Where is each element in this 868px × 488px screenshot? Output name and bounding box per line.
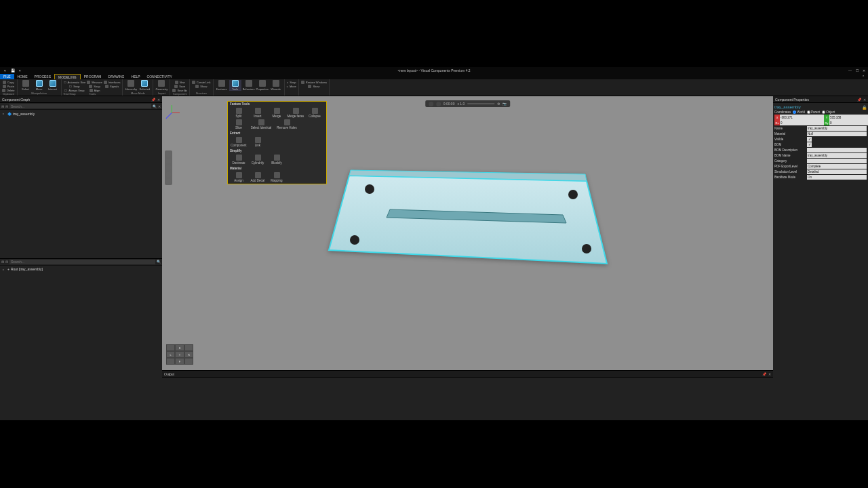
tools-button[interactable]: Tools bbox=[229, 80, 241, 91]
select-button[interactable]: Select bbox=[20, 80, 32, 91]
prop-sim[interactable] bbox=[807, 169, 867, 174]
vp-tool-2[interactable] bbox=[166, 159, 171, 163]
feature-row[interactable]: ▸+Root [tray_assembly] bbox=[1, 267, 161, 272]
mapping-button[interactable]: Mapping bbox=[267, 171, 286, 183]
clear-icon[interactable]: ✕ bbox=[158, 104, 161, 108]
feature-tree[interactable]: ▸+Root [tray_assembly] bbox=[0, 266, 162, 421]
lock-icon[interactable]: 🔒 bbox=[862, 105, 867, 110]
tab-program[interactable]: PROGRAM bbox=[81, 74, 105, 79]
interact-button[interactable]: Interact bbox=[47, 80, 59, 91]
model-tray[interactable] bbox=[322, 169, 614, 287]
coord-y[interactable] bbox=[829, 115, 868, 120]
vp-tool-4[interactable] bbox=[166, 172, 171, 177]
props-close-icon[interactable]: ✕ bbox=[863, 98, 866, 102]
collapse-button[interactable]: Collapse bbox=[305, 107, 324, 119]
prop-bom[interactable]: ✓ bbox=[807, 142, 812, 147]
selident-button[interactable]: Select Identical bbox=[248, 119, 274, 130]
collapse2-icon[interactable]: ⊟ bbox=[5, 260, 8, 264]
collapse-icon[interactable]: ⊟ bbox=[5, 104, 8, 108]
popup-header: Feature Tools bbox=[228, 102, 326, 106]
qat-save-icon[interactable]: 💾 bbox=[10, 68, 15, 73]
vp-tool-5[interactable] bbox=[166, 179, 171, 184]
output-close-icon[interactable]: ✕ bbox=[768, 372, 771, 376]
adddecal-button[interactable]: Add Decal bbox=[248, 171, 267, 183]
expand-icon[interactable]: ⊞ bbox=[1, 104, 4, 108]
extract-link-button[interactable]: Link bbox=[248, 136, 267, 148]
tab-home[interactable]: HOME bbox=[14, 74, 31, 79]
tab-file[interactable]: FILE bbox=[0, 74, 14, 79]
search2-icon[interactable]: 🔍 bbox=[157, 260, 161, 264]
extract-component-button[interactable]: Component bbox=[229, 136, 248, 148]
qat-menu-icon[interactable]: ▾ bbox=[3, 68, 7, 73]
show-button[interactable]: Show bbox=[192, 84, 210, 88]
output-content[interactable] bbox=[162, 378, 773, 420]
viewport-toolbar[interactable] bbox=[165, 150, 172, 185]
selected-button[interactable]: Selected bbox=[138, 80, 151, 91]
pin-icon[interactable]: 📌 bbox=[151, 98, 155, 102]
geometry-button[interactable]: Geometry bbox=[155, 80, 167, 91]
remholes-button[interactable]: Remove Holes bbox=[274, 119, 300, 130]
coord-ry[interactable] bbox=[829, 120, 868, 125]
invert-button[interactable]: Invert bbox=[248, 107, 267, 119]
radio-parent[interactable]: Parent bbox=[807, 110, 820, 114]
tab-drawing[interactable]: DRAWING bbox=[105, 74, 128, 79]
coord-rx[interactable] bbox=[780, 120, 824, 125]
vp-tool-3[interactable] bbox=[166, 165, 171, 170]
time-slider[interactable] bbox=[467, 103, 494, 104]
graph-search-input[interactable] bbox=[9, 104, 151, 108]
props-pin-icon[interactable]: 📌 bbox=[857, 98, 861, 102]
signals-button[interactable]: Signals bbox=[104, 84, 121, 88]
slice-button[interactable]: Slice bbox=[229, 119, 248, 130]
output-pin-icon[interactable]: 📌 bbox=[762, 372, 766, 376]
component-graph-header[interactable]: Component Graph 📌✕ bbox=[0, 96, 162, 103]
move-button[interactable]: Move bbox=[33, 80, 45, 91]
component-graph-title: Component Graph bbox=[2, 98, 30, 102]
merge-button[interactable]: Merge bbox=[267, 107, 286, 119]
behaviors-button[interactable]: Behaviors bbox=[243, 80, 255, 91]
nav-cube[interactable]: B LTR F bbox=[166, 344, 193, 365]
wizards-button[interactable]: Wizards bbox=[270, 80, 282, 91]
search-icon[interactable]: 🔍 bbox=[153, 104, 157, 108]
hierarchy-button[interactable]: Hierarchy bbox=[125, 80, 137, 91]
prop-category[interactable] bbox=[807, 159, 867, 163]
decimate-button[interactable]: Decimate bbox=[229, 154, 248, 165]
feature-search-input[interactable] bbox=[9, 260, 155, 264]
cylindrify-button[interactable]: Cylindrify bbox=[248, 154, 267, 165]
maximize-icon[interactable]: ☐ bbox=[856, 68, 859, 73]
camera-icon[interactable]: 📷 bbox=[502, 102, 507, 106]
tab-help[interactable]: HELP bbox=[128, 74, 144, 79]
move2-button[interactable]: ○Move bbox=[287, 84, 296, 88]
prop-visible[interactable]: ✓ bbox=[807, 137, 812, 142]
mergefaces-button[interactable]: Merge faces bbox=[286, 107, 305, 119]
minimize-icon[interactable]: — bbox=[848, 68, 852, 73]
split-button[interactable]: Split bbox=[229, 107, 248, 119]
collapse-ribbon-icon[interactable]: ⌃ bbox=[859, 74, 868, 79]
tree-row[interactable]: ▸🔷tray_assembly bbox=[1, 111, 161, 116]
features-button[interactable]: Features bbox=[216, 80, 228, 91]
expand2-icon[interactable]: ⊞ bbox=[1, 260, 4, 264]
show2-button[interactable]: Show bbox=[301, 84, 327, 88]
assign-button[interactable]: Assign bbox=[229, 171, 248, 183]
reset-button[interactable] bbox=[429, 102, 433, 106]
panel-close-icon[interactable]: ✕ bbox=[157, 98, 160, 102]
tab-process[interactable]: PROCESS bbox=[31, 74, 54, 79]
radio-object[interactable]: Object bbox=[822, 110, 835, 114]
settings-icon[interactable]: ⚙ bbox=[497, 102, 500, 106]
close-icon[interactable]: ✕ bbox=[863, 68, 865, 73]
tab-connectivity[interactable]: CONNECTIVITY bbox=[144, 74, 176, 79]
play-button[interactable] bbox=[436, 102, 441, 106]
prop-bomdesc[interactable] bbox=[807, 148, 867, 152]
tab-modeling[interactable]: MODELING bbox=[54, 74, 81, 79]
blockify-button[interactable]: Blockify bbox=[267, 154, 286, 165]
vp-tool-1[interactable] bbox=[166, 152, 171, 157]
component-tree[interactable]: ▸🔷tray_assembly bbox=[0, 110, 162, 258]
coord-x[interactable] bbox=[780, 115, 824, 120]
prop-material[interactable] bbox=[807, 131, 867, 136]
prop-pdf[interactable] bbox=[807, 164, 867, 169]
radio-world[interactable]: World bbox=[793, 110, 805, 114]
properties-button[interactable]: Properties bbox=[256, 80, 269, 91]
prop-backface[interactable] bbox=[807, 175, 867, 180]
prop-name[interactable] bbox=[807, 126, 867, 131]
prop-bomname[interactable] bbox=[807, 153, 867, 158]
qat-dropdown-icon[interactable]: ▾ bbox=[18, 68, 22, 73]
